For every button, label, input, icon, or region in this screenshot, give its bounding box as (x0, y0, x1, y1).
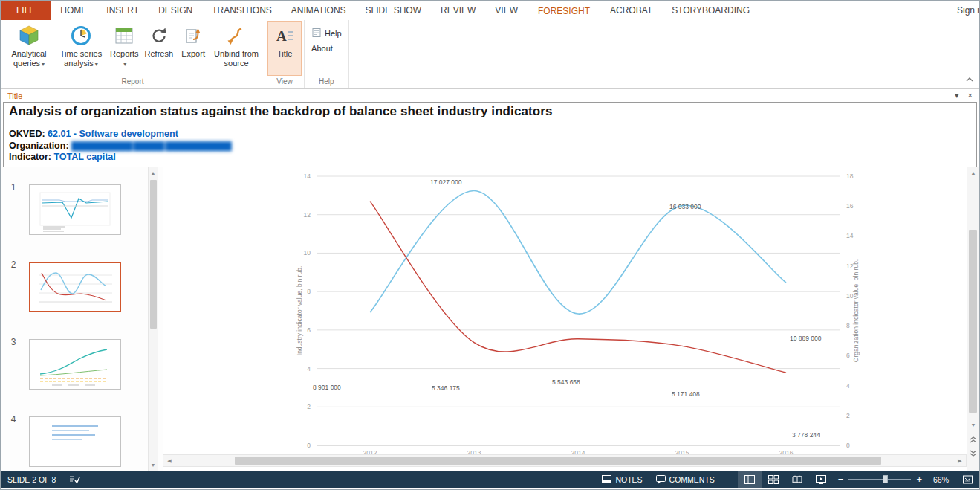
svg-text:0: 0 (846, 442, 850, 449)
organization-link-redacted[interactable]: ████████████ ██████ █████████████ (71, 141, 231, 150)
panel-dropdown-icon[interactable]: ▾ (955, 91, 959, 100)
horizontal-scrollbar[interactable]: ◀ ▶ (163, 454, 967, 467)
title-panel-content: Analysis of organization status against … (3, 102, 977, 167)
slide-sorter-icon (768, 475, 779, 484)
okved-line: OKVED: 62.01 - Software development (9, 129, 971, 141)
scrollbar-thumb[interactable] (969, 230, 977, 413)
reports-button[interactable]: Reports▾ (107, 21, 142, 76)
slide-4-number: 4 (7, 414, 20, 425)
sign-in-link[interactable]: Sign i (953, 1, 979, 20)
help-button[interactable]: Help (307, 25, 346, 42)
svg-text:8: 8 (307, 288, 311, 295)
svg-text:16: 16 (846, 202, 854, 210)
next-slide-button[interactable] (967, 447, 979, 460)
svg-text:14: 14 (846, 232, 854, 239)
tab-insert[interactable]: INSERT (97, 1, 149, 20)
svg-text:8: 8 (846, 322, 850, 329)
tab-slide-show[interactable]: SLIDE SHOW (356, 1, 431, 20)
slide-2-thumbnail-selected[interactable] (29, 262, 121, 312)
slide-canvas[interactable]: 0246810121402468101214161820122013201420… (163, 167, 967, 454)
tab-storyboarding[interactable]: STORYBOARDING (662, 1, 759, 20)
svg-text:4: 4 (846, 382, 850, 390)
scroll-right-arrow-icon[interactable]: ▶ (954, 455, 966, 466)
tab-acrobat[interactable]: ACROBAT (600, 1, 662, 20)
title-toggle-button[interactable]: A Title (267, 21, 302, 76)
tab-view[interactable]: VIEW (485, 1, 528, 20)
notes-icon (602, 475, 611, 483)
slide-3-thumbnail[interactable] (29, 339, 121, 390)
tab-file[interactable]: FILE (1, 1, 51, 20)
about-button[interactable]: About (307, 42, 337, 55)
comments-button[interactable]: COMMENTS (649, 471, 721, 488)
svg-text:5 543 658: 5 543 658 (552, 378, 580, 386)
previous-slide-button[interactable] (967, 433, 979, 446)
double-chevron-up-icon (970, 436, 977, 443)
svg-text:5 171 408: 5 171 408 (672, 390, 700, 398)
refresh-icon (149, 24, 169, 48)
svg-text:0: 0 (307, 442, 311, 449)
unbind-arrow-icon (225, 24, 247, 48)
thumbnail-panel-scrollbar[interactable]: ▲ ▼ (148, 167, 158, 471)
time-series-clock-icon (70, 24, 92, 48)
svg-text:12: 12 (304, 211, 311, 219)
export-button[interactable]: Export (176, 21, 210, 76)
slide-sorter-view-button[interactable] (762, 471, 785, 488)
scroll-down-arrow-icon[interactable]: ▼ (967, 419, 979, 431)
organization-line: Organization: ████████████ ██████ ██████… (9, 141, 971, 152)
scrollbar-thumb[interactable] (235, 457, 881, 465)
svg-text:2: 2 (307, 403, 311, 410)
slide-2-mini-chart (30, 263, 120, 311)
scroll-down-arrow-icon[interactable]: ▼ (149, 460, 158, 471)
notes-button[interactable]: NOTES (595, 471, 649, 488)
zoom-in-button[interactable]: + (911, 474, 927, 485)
zoom-out-button[interactable]: − (833, 474, 849, 485)
tab-design[interactable]: DESIGN (149, 1, 202, 20)
normal-view-icon (744, 475, 755, 484)
slide-4-thumbnail[interactable] (29, 416, 121, 467)
svg-text:10 889 000: 10 889 000 (790, 335, 822, 342)
zoom-slider[interactable] (848, 471, 911, 488)
spell-check-button[interactable] (62, 471, 87, 488)
svg-text:4: 4 (307, 365, 311, 373)
analytical-queries-button[interactable]: Analytical queries▾ (3, 21, 55, 76)
svg-text:10: 10 (304, 249, 311, 257)
chevron-down-icon: ▾ (95, 61, 98, 68)
tab-foresight[interactable]: FORESIGHT (528, 1, 600, 20)
slide-chart: 0246810121402468101214161820122013201420… (163, 167, 967, 454)
indicator-link[interactable]: TOTAL capital (53, 152, 115, 162)
tab-animations[interactable]: ANIMATIONS (282, 1, 356, 20)
svg-text:8 901 000: 8 901 000 (313, 384, 341, 391)
slide-2-number: 2 (7, 259, 20, 270)
tab-review[interactable]: REVIEW (431, 1, 485, 20)
fit-to-window-icon (963, 475, 973, 484)
ribbon-foresight: Analytical queries▾ Time series analysis… (1, 20, 979, 89)
slide-show-icon (816, 475, 826, 484)
slide-1-thumbnail[interactable] (29, 184, 121, 235)
chevron-down-icon: ▾ (42, 61, 45, 68)
svg-text:2012: 2012 (363, 449, 377, 454)
scrollbar-thumb[interactable] (150, 180, 157, 329)
svg-text:Organization indicator value,: Organization indicator value, bln rub. (852, 259, 860, 362)
collapse-ribbon-button[interactable] (965, 74, 974, 85)
reading-view-button[interactable] (785, 471, 809, 488)
scroll-up-arrow-icon[interactable]: ▲ (967, 167, 979, 179)
okved-link[interactable]: 62.01 - Software development (48, 129, 178, 139)
fit-slide-to-window-button[interactable] (956, 471, 979, 488)
time-series-analysis-button[interactable]: Time series analysis▾ (55, 21, 107, 76)
slide-3-number: 3 (7, 337, 20, 347)
unbind-from-source-button[interactable]: Unbind from source (210, 21, 262, 76)
slide-3-mini-chart (30, 340, 120, 389)
slide-show-button[interactable] (809, 471, 833, 488)
refresh-button[interactable]: Refresh (142, 21, 177, 76)
title-text-icon: A (273, 24, 296, 48)
tab-home[interactable]: HOME (51, 1, 97, 20)
scroll-left-arrow-icon[interactable]: ◀ (163, 455, 175, 466)
zoom-slider-thumb[interactable] (883, 475, 888, 483)
tab-transitions[interactable]: TRANSITIONS (202, 1, 282, 20)
zoom-percentage[interactable]: 66% (927, 475, 956, 484)
normal-view-button[interactable] (738, 471, 762, 488)
slide-indicator[interactable]: SLIDE 2 OF 8 (1, 471, 62, 488)
vertical-scrollbar[interactable]: ▲ ▼ (967, 167, 979, 471)
panel-close-icon[interactable]: × (968, 91, 973, 100)
scroll-up-arrow-icon[interactable]: ▲ (149, 167, 158, 178)
